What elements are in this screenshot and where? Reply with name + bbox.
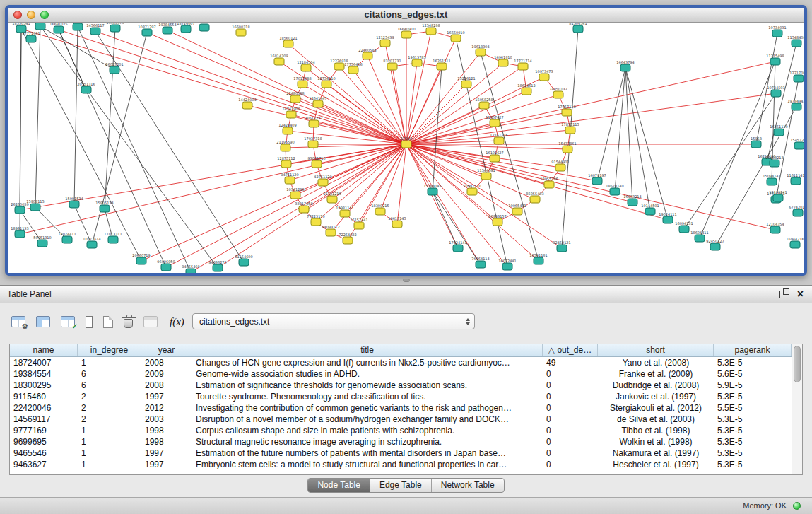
graph-edge[interactable] (339, 66, 406, 144)
graph-node[interactable]: 14424004 (238, 98, 256, 109)
cell-out_degree[interactable]: 49 (543, 357, 598, 368)
graph-node[interactable]: 20713139 (31, 23, 49, 30)
graph-node[interactable]: 16660910 (447, 30, 464, 42)
graph-node[interactable]: 18560121 (279, 36, 297, 47)
graph-edge[interactable] (406, 31, 431, 144)
graph-node[interactable]: 26260059 (11, 202, 28, 214)
cell-year[interactable]: 1997 (141, 391, 192, 402)
cell-name[interactable]: 9463627 (10, 459, 78, 470)
cell-name[interactable]: 9465546 (10, 448, 78, 459)
cell-in_degree[interactable]: 1 (78, 436, 141, 448)
table-row[interactable]: 969969511998Structural magnetic resonanc… (10, 436, 802, 448)
column-header-short[interactable]: short (598, 344, 714, 356)
graph-node[interactable]: 11548408 (787, 35, 804, 47)
graph-node[interactable]: 18300215 (371, 204, 389, 215)
cell-pagerank[interactable]: 5.3E-5 (714, 391, 792, 402)
graph-node[interactable]: 14569117 (195, 23, 213, 31)
graph-edge[interactable] (20, 144, 406, 234)
cell-name[interactable]: 19384554 (10, 368, 78, 380)
graph-node[interactable]: 42751120 (314, 175, 331, 186)
graph-edge[interactable] (433, 192, 458, 248)
graph-node[interactable]: 17857118 (558, 105, 575, 116)
graph-edge[interactable] (406, 93, 776, 144)
cell-short[interactable]: Hescheler et al. (1997) (598, 459, 714, 470)
function-builder-button[interactable]: f(x) (168, 316, 186, 328)
table-options-button[interactable]: ⚙ (11, 316, 25, 327)
graph-node[interactable]: 18724007 (177, 23, 194, 33)
graph-edge[interactable] (78, 27, 191, 272)
cell-name[interactable]: 14569117 (10, 414, 78, 425)
graph-node[interactable]: 16640910 (397, 27, 415, 38)
graph-edge[interactable] (35, 26, 40, 207)
table-row[interactable]: 946554611997Estimation of the future num… (10, 448, 802, 459)
graph-node[interactable]: 19618304 (471, 45, 489, 56)
graph-node[interactable]: 11013311 (104, 232, 122, 243)
network-view-window[interactable]: citations_edges.txt 17240185601211681430… (5, 5, 807, 276)
cell-out_degree[interactable]: 0 (543, 425, 598, 436)
graph-node[interactable]: 12217087 (789, 71, 804, 82)
graph-edge[interactable] (406, 144, 567, 149)
cell-year[interactable]: 2009 (141, 368, 192, 380)
graph-hub-node[interactable]: 17240 (401, 136, 412, 148)
graph-node[interactable]: 16461119 (770, 124, 787, 136)
graph-edge[interactable] (562, 29, 578, 248)
table-row[interactable]: 946362711997Embryonic stem cells: a mode… (10, 459, 802, 470)
scrollbar-thumb[interactable] (794, 346, 801, 382)
table-row[interactable]: 1830029562008Estimation of significance … (10, 380, 802, 391)
graph-node[interactable]: 18614612 (517, 83, 535, 95)
graph-node[interactable]: 16617145 (388, 216, 406, 228)
cell-title[interactable]: Investigating the contribution of common… (192, 402, 543, 414)
graph-node[interactable]: 22480588 (286, 91, 304, 103)
graph-node[interactable]: 19024111 (659, 212, 676, 223)
cell-year[interactable]: 1997 (141, 459, 192, 470)
graph-node[interactable]: 17937318 (304, 136, 322, 148)
cell-name[interactable]: 9699695 (10, 436, 78, 448)
table-row[interactable]: 2242004622012Investigating the contribut… (10, 402, 802, 414)
cell-in_degree[interactable]: 1 (78, 357, 141, 368)
graph-node[interactable]: 16600318 (232, 25, 249, 36)
cell-year[interactable]: 2012 (141, 402, 192, 414)
cell-pagerank[interactable]: 5.3E-5 (714, 425, 792, 436)
cell-out_degree[interactable]: 0 (543, 459, 598, 470)
graph-node[interactable]: 18127103 (69, 23, 86, 30)
graph-node[interactable]: 17875115 (561, 122, 579, 134)
graph-node[interactable]: 77225170 (307, 214, 324, 226)
graph-node[interactable]: 16910476 (106, 23, 124, 32)
graph-node[interactable]: 15901534 (65, 197, 83, 208)
cell-short[interactable]: Dudbridge et al. (2008) (598, 380, 714, 391)
graph-edge[interactable] (141, 144, 406, 261)
close-panel-icon[interactable]: × (797, 290, 804, 298)
cell-in_degree[interactable]: 6 (78, 368, 141, 380)
graph-node[interactable]: 18931133 (11, 226, 28, 238)
cell-title[interactable]: Corpus callosum shape and size in male p… (192, 425, 543, 436)
graph-node[interactable]: 10973473 (535, 69, 553, 81)
graph-node[interactable]: 92450121 (553, 240, 570, 252)
cell-year[interactable]: 2008 (141, 380, 192, 391)
graph-node[interactable]: 16944216 (786, 237, 804, 248)
graph-node[interactable]: 94636270 (208, 260, 226, 271)
graph-node[interactable]: 21195590 (276, 140, 294, 151)
cell-out_degree[interactable]: 0 (543, 380, 598, 391)
graph-node[interactable]: 16022441 (498, 259, 516, 270)
column-header-out_degree[interactable]: △ out_de… (543, 344, 598, 356)
table-row[interactable]: 911546021997Tourette syndrome. Phenomeno… (10, 391, 802, 402)
cell-pagerank[interactable]: 5.3E-5 (714, 357, 792, 368)
cell-out_degree[interactable]: 0 (543, 448, 598, 459)
graph-edge[interactable] (59, 30, 86, 90)
graph-node[interactable]: 19613785 (408, 55, 425, 66)
show-columns-button[interactable] (36, 316, 50, 327)
graph-node[interactable]: 15184045 (423, 184, 441, 195)
cell-out_degree[interactable]: 0 (543, 414, 598, 425)
cell-pagerank[interactable]: 5.3E-5 (714, 414, 792, 425)
graph-node[interactable]: 12184504 (297, 60, 314, 71)
cell-name[interactable]: 9777169 (10, 425, 78, 436)
graph-node[interactable]: 15453201 (790, 138, 804, 149)
graph-node[interactable]: 17015088 (293, 76, 311, 88)
zoom-window-button[interactable] (40, 11, 49, 19)
cell-pagerank[interactable]: 5.3E-5 (714, 448, 792, 459)
graph-edge[interactable] (59, 30, 406, 144)
network-canvas[interactable]: 1724018560121168143091218450417015088224… (8, 23, 804, 273)
cell-short[interactable]: Tibbo et al. (1998) (598, 425, 714, 436)
delete-column-button[interactable] (124, 319, 133, 328)
graph-node[interactable]: 14566117 (86, 23, 104, 35)
